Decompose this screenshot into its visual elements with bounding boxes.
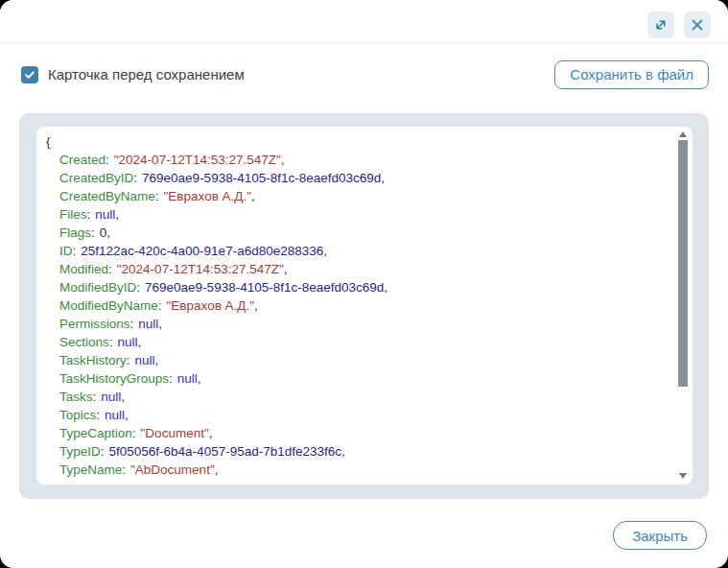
- json-line: ID:25f122ac-420c-4a00-91e7-a6d80e288336,: [46, 242, 668, 260]
- json-colon: :: [91, 225, 95, 240]
- json-colon: :: [101, 444, 105, 459]
- json-colon: :: [73, 244, 77, 258]
- expand-button[interactable]: [647, 12, 674, 38]
- json-line: Sections:null,: [46, 333, 668, 351]
- json-comma: ,: [198, 371, 201, 386]
- json-colon: :: [133, 171, 137, 185]
- json-colon: :: [106, 153, 109, 167]
- json-panel: {Created:"2024-07-12T14:53:27.547Z",Crea…: [19, 113, 709, 499]
- json-key: Tasks: [59, 390, 93, 404]
- json-value: null: [95, 207, 115, 222]
- json-key: ModifiedByName: [59, 298, 158, 313]
- json-comma: ,: [158, 317, 162, 331]
- vertical-scrollbar[interactable]: [677, 129, 689, 482]
- checkbox-checked[interactable]: [21, 66, 38, 83]
- json-key: ModifiedByID: [59, 280, 136, 295]
- json-key: Sections: [59, 335, 109, 349]
- json-line: Permissions:null,: [46, 315, 668, 333]
- scrollbar-thumb[interactable]: [678, 140, 688, 387]
- json-colon: :: [158, 298, 162, 313]
- json-value: 25f122ac-420c-4a00-91e7-a6d80e288336: [81, 244, 323, 258]
- json-line: TaskHistory:null,: [46, 351, 668, 369]
- json-line: CreatedByID:769e0ae9-5938-4105-8f1c-8eae…: [46, 169, 668, 187]
- json-key: TypeID: [59, 444, 101, 459]
- json-value: null: [105, 408, 125, 422]
- json-value: null: [135, 353, 155, 367]
- json-key: TaskHistoryGroups: [59, 371, 169, 386]
- json-line: Topics:null,: [46, 406, 668, 424]
- json-comma: ,: [138, 335, 142, 349]
- card-before-save-checkbox-row[interactable]: Карточка перед сохранением: [21, 66, 245, 83]
- json-value: "2024-07-12T14:53:27.547Z": [117, 262, 284, 276]
- json-value: "Document": [141, 426, 209, 440]
- checkmark-icon: [24, 69, 35, 81]
- json-line: TypeID:5f05056f-6b4a-4057-95ad-7b1dfe233…: [46, 442, 668, 461]
- json-comma: ,: [209, 426, 213, 440]
- json-comma: ,: [384, 280, 387, 295]
- json-content[interactable]: {Created:"2024-07-12T14:53:27.547Z",Crea…: [46, 132, 668, 479]
- json-comma: ,: [106, 225, 110, 240]
- json-colon: :: [130, 317, 134, 331]
- json-key: TypeName: [59, 462, 122, 477]
- modal-dialog: Карточка перед сохранением Сохранить в ф…: [0, 0, 728, 568]
- json-line: TaskHistoryGroups:null,: [46, 369, 668, 388]
- json-comma: ,: [215, 462, 219, 477]
- expand-icon: [653, 17, 669, 33]
- json-key: Flags: [59, 225, 91, 240]
- json-colon: :: [132, 426, 136, 440]
- json-key: CreatedByID: [59, 171, 133, 185]
- triangle-up-icon: [679, 131, 687, 137]
- json-key: Created: [59, 153, 106, 167]
- json-comma: ,: [254, 298, 258, 313]
- json-colon: :: [122, 462, 126, 477]
- json-colon: :: [87, 207, 91, 222]
- toolbar: Карточка перед сохранением Сохранить в ф…: [21, 59, 709, 89]
- json-line: Files:null,: [46, 205, 668, 224]
- json-colon: :: [109, 335, 113, 349]
- json-key: TaskHistory: [59, 353, 127, 367]
- json-value: "Еврахов А.Д.": [167, 298, 254, 313]
- json-colon: :: [96, 408, 100, 422]
- json-line: ModifiedByID:769e0ae9-5938-4105-8f1c-8ea…: [46, 278, 668, 296]
- json-colon: :: [136, 280, 140, 295]
- json-colon: :: [169, 371, 173, 386]
- json-key: TypeCaption: [59, 426, 132, 440]
- scroll-up-arrow[interactable]: [677, 129, 689, 140]
- json-brace: {: [46, 134, 51, 149]
- json-key: CreatedByName: [59, 189, 155, 203]
- close-button[interactable]: [684, 12, 711, 38]
- json-value: 769e0ae9-5938-4105-8f1c-8eaefd03c69d: [142, 171, 381, 185]
- json-comma: ,: [115, 207, 119, 222]
- json-value: null: [101, 390, 121, 404]
- json-value: null: [177, 371, 198, 386]
- json-comma: ,: [125, 408, 129, 422]
- close-dialog-button[interactable]: Закрыть: [613, 521, 707, 550]
- json-key: ID: [59, 244, 73, 258]
- checkbox-label: Карточка перед сохранением: [48, 66, 245, 83]
- json-value: null: [118, 335, 138, 349]
- json-value: 5f05056f-6b4a-4057-95ad-7b1dfe233f6c: [109, 444, 341, 459]
- json-textarea[interactable]: {Created:"2024-07-12T14:53:27.547Z",Crea…: [36, 127, 693, 485]
- json-key: Topics: [59, 408, 96, 422]
- json-colon: :: [155, 189, 159, 203]
- json-value: "2024-07-12T14:53:27.547Z": [114, 153, 281, 167]
- json-line: {: [46, 132, 668, 151]
- json-comma: ,: [155, 353, 159, 367]
- json-comma: ,: [381, 171, 385, 185]
- json-value: null: [138, 317, 158, 331]
- json-comma: ,: [281, 153, 285, 167]
- json-colon: :: [108, 262, 112, 276]
- save-to-file-button[interactable]: Сохранить в файл: [554, 60, 709, 89]
- json-line: TypeName:"AbDocument",: [46, 461, 668, 479]
- json-line: Tasks:null,: [46, 388, 668, 406]
- json-comma: ,: [323, 244, 327, 258]
- json-line: ModifiedByName:"Еврахов А.Д.",: [46, 296, 668, 315]
- json-line: Flags:0,: [46, 224, 668, 242]
- scroll-down-arrow[interactable]: [677, 470, 689, 482]
- json-comma: ,: [121, 390, 125, 404]
- json-line: Modified:"2024-07-12T14:53:27.547Z",: [46, 260, 668, 278]
- json-comma: ,: [284, 262, 288, 276]
- json-key: Modified: [59, 262, 108, 276]
- dialog-header: [0, 0, 728, 43]
- json-comma: ,: [251, 189, 255, 203]
